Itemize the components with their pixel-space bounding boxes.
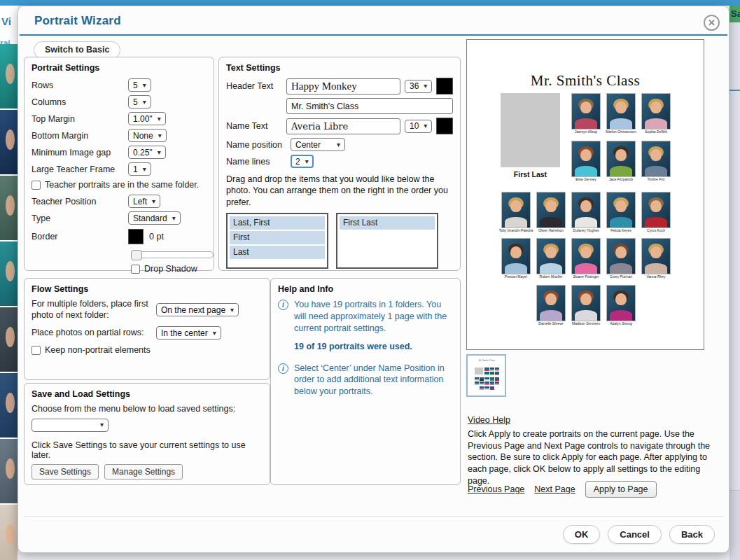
student-portrait: Sloane Pottinger — [571, 238, 601, 274]
header-divider — [20, 34, 727, 36]
student-portrait: Timbre Friz — [641, 141, 671, 177]
rows-select[interactable]: 5▾ — [128, 78, 151, 92]
chevron-down-icon: ▾ — [305, 158, 309, 165]
slider-handle[interactable] — [131, 250, 142, 260]
student-name-label: Sophia DeWitt — [637, 130, 675, 134]
background-save-button-fragment: Sa — [729, 6, 740, 22]
header-text-input[interactable] — [286, 98, 453, 114]
chevron-down-icon: ▾ — [213, 330, 216, 337]
page-thumbnail[interactable]: Mr. Smith's Class — [466, 354, 506, 397]
name-position-select[interactable]: Center▾ — [291, 138, 345, 151]
name-font-input[interactable] — [286, 118, 400, 134]
background-page-left-edge: Vi rai St — [0, 6, 18, 560]
background-photo — [0, 505, 18, 560]
saved-settings-select[interactable]: ▾ — [32, 419, 109, 432]
portraits-used-status: 19 of 19 portraits were used. — [294, 341, 453, 353]
bottom-margin-select[interactable]: None▾ — [128, 129, 167, 142]
header-font-input[interactable] — [286, 78, 400, 94]
student-portrait: Toby Grandin-Paledra — [501, 192, 531, 228]
columns-select[interactable]: 5▾ — [128, 95, 151, 108]
large-teacher-frame-select[interactable]: 1▾ — [128, 162, 151, 176]
teacher-position-select[interactable]: Left▾ — [128, 195, 160, 208]
student-name-label: Sloane Pottinger — [567, 275, 605, 279]
chevron-down-icon: ▾ — [100, 421, 104, 428]
save-settings-button[interactable]: Save Settings — [32, 464, 99, 479]
for-multiple-folders-place-first-photo-of-next-folder-label: For multiple folders, place first photo … — [32, 299, 156, 321]
header-color-swatch[interactable] — [436, 78, 453, 94]
ok-button[interactable]: OK — [563, 525, 601, 544]
student-name-label: Danielle Shreve — [532, 322, 570, 326]
background-photo — [0, 44, 18, 108]
place-photos-on-partial-rows-select[interactable]: In the center▾ — [156, 326, 221, 340]
panel-title: Save and Load Settings — [32, 389, 263, 399]
minimum-image-gap-select[interactable]: 0.25"▾ — [128, 146, 166, 159]
header-size-select[interactable]: 36▾ — [405, 80, 432, 93]
name-format-item[interactable]: Last, First — [230, 216, 325, 230]
help-info-panel: Help and Info iYou have 19 portraits in … — [270, 278, 461, 485]
back-button[interactable]: Back — [669, 525, 715, 544]
manage-settings-button[interactable]: Manage Settings — [104, 464, 183, 479]
student-portrait: Jaemyn Allsup — [571, 93, 601, 130]
background-divider — [729, 90, 740, 91]
page-preview: Mr. Smith's Class First Last Jaemyn Alls… — [466, 39, 704, 350]
student-name-label: Oliver Harrelson — [532, 229, 570, 233]
chevron-down-icon: ▾ — [337, 141, 340, 148]
for-multiple-folders-place-first-photo-of-next-folder-select[interactable]: On the next page▾ — [156, 303, 239, 316]
info-icon: i — [278, 363, 288, 374]
apply-to-page-button[interactable]: Apply to Page — [585, 481, 657, 498]
name-format-item[interactable]: First Last — [340, 216, 435, 230]
student-name-label: Timbre Friz — [637, 178, 675, 182]
student-portrait: Danielle Shreve — [536, 285, 566, 321]
border-color-swatch[interactable] — [128, 229, 144, 244]
student-portrait: Vanna Rhey — [641, 238, 671, 274]
student-portrait: Preston Mayer — [501, 238, 531, 274]
student-name-label: Jace Fitzpatrick — [602, 178, 640, 182]
browser-top-bar — [0, 0, 740, 6]
drop-shadow-checkbox-label: Drop Shadow — [144, 264, 197, 274]
keep-non-portrait-checkbox[interactable] — [32, 346, 41, 355]
same-folder-checkbox-label: Teacher portraits are in the same folder… — [45, 180, 199, 190]
background-panel — [729, 490, 740, 560]
student-portrait: Robert Mueller — [536, 238, 566, 274]
drop-shadow-checkbox[interactable] — [131, 265, 140, 274]
chevron-down-icon: ▾ — [230, 307, 234, 314]
type-select[interactable]: Standard▾ — [128, 211, 181, 225]
background-page-right-edge: Sa — [729, 6, 740, 560]
name-size-select[interactable]: 10▾ — [405, 120, 432, 133]
panel-title: Help and Info — [278, 284, 453, 294]
video-help-link[interactable]: Video Help — [468, 415, 510, 425]
student-portrait: Dulaney Hughes — [571, 192, 601, 228]
background-photo — [0, 241, 18, 306]
panel-title: Flow Settings — [32, 284, 263, 294]
name-lines-select[interactable]: 2▾ — [291, 155, 314, 168]
name-color-swatch[interactable] — [436, 118, 453, 134]
info-icon: i — [278, 300, 288, 310]
student-name-label: Vanna Rhey — [637, 275, 675, 279]
previous-page-link[interactable]: Previous Page — [468, 484, 524, 494]
chevron-down-icon: ▾ — [158, 149, 161, 156]
next-page-link[interactable]: Next Page — [534, 484, 575, 494]
save-load-settings-panel: Save and Load Settings Choose from the m… — [24, 383, 270, 485]
chevron-down-icon: ▾ — [172, 215, 176, 222]
load-settings-label: Choose from the menu below to load saved… — [32, 404, 263, 414]
chevron-down-icon: ▾ — [143, 166, 146, 173]
same-folder-checkbox[interactable] — [32, 181, 41, 190]
student-name-label: Toby Grandin-Paledra — [497, 229, 535, 233]
student-portrait: Felicia Keyes — [606, 192, 636, 228]
chevron-down-icon: ▾ — [143, 82, 146, 89]
chevron-down-icon: ▾ — [424, 83, 427, 90]
border-width-slider[interactable] — [131, 251, 214, 258]
name-format-item[interactable]: Last — [230, 246, 325, 259]
selected-name-items-list[interactable]: First Last — [336, 213, 438, 269]
portrait-wizard-dialog: Portrait Wizard ✕ Switch to Basic Portra… — [18, 6, 729, 553]
header-text-label: Header Text — [226, 81, 282, 91]
student-name-label: Elise Denney — [567, 178, 605, 182]
cancel-button[interactable]: Cancel — [608, 525, 662, 544]
portrait-settings-panel: Portrait Settings Rows5▾Columns5▾Top Mar… — [24, 57, 214, 271]
help-info-text: Select ‘Center’ under Name Position in o… — [294, 363, 453, 398]
top-margin-label: Top Margin — [32, 114, 128, 124]
top-margin-select[interactable]: 1.00"▾ — [128, 112, 166, 125]
available-name-items-list[interactable]: Last, FirstFirstLast — [226, 213, 328, 269]
name-format-item[interactable]: First — [230, 231, 325, 244]
close-icon[interactable]: ✕ — [704, 15, 720, 31]
